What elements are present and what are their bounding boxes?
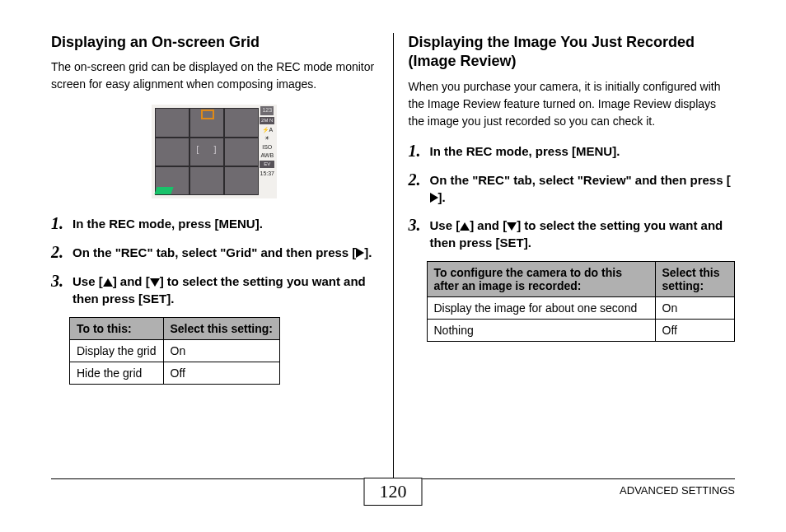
cell-action: Hide the grid xyxy=(70,362,164,385)
step-fragment: ] and [ xyxy=(113,274,150,288)
cell-setting: On xyxy=(655,296,735,319)
camera-screen: [ ] 123 2M N ⚡A ☀ ISO AWB EV 15:37 xyxy=(152,105,277,198)
cell-action: Display the image for about one second xyxy=(427,296,655,319)
table-header-row: To to this: Select this setting: xyxy=(70,318,280,340)
shot-count: 123 xyxy=(260,106,274,115)
step-text: On the "REC" tab, select "Review" and th… xyxy=(430,170,736,206)
intro-grid: The on-screen grid can be displayed on t… xyxy=(51,58,378,93)
table-row: Nothing Off xyxy=(427,319,735,341)
camera-screen-figure: [ ] 123 2M N ⚡A ☀ ISO AWB EV 15:37 xyxy=(51,105,378,201)
footer-rule: 120 ADVANCED SETTINGS xyxy=(51,478,735,517)
intro-review: When you purchase your camera, it is ini… xyxy=(409,78,736,130)
side-badge: 15:37 xyxy=(260,170,274,176)
step-number: 2. xyxy=(51,243,69,262)
col-action: To configure the camera to do this after… xyxy=(427,261,655,296)
step-fragment: ]. xyxy=(438,190,446,204)
page-footer: 120 ADVANCED SETTINGS xyxy=(51,478,735,517)
section-label: ADVANCED SETTINGS xyxy=(620,484,735,497)
side-badge: AWB xyxy=(260,152,274,158)
step-text: On the "REC" tab, select "Grid" and then… xyxy=(73,243,372,262)
right-arrow-icon xyxy=(356,248,364,258)
page-body: Displaying an On-screen Grid The on-scre… xyxy=(0,0,786,457)
down-arrow-icon xyxy=(507,222,517,231)
col-setting: Select this setting: xyxy=(655,261,735,296)
step-number: 3. xyxy=(51,272,69,307)
table-row: Display the grid On xyxy=(70,340,280,362)
step-text: In the REC mode, press [MENU]. xyxy=(73,214,263,233)
side-badge: ☀ xyxy=(264,135,269,141)
step-fragment: On the "REC" tab, select "Grid" and then… xyxy=(73,245,356,259)
side-badge: 2M N xyxy=(260,117,274,124)
step-number: 2. xyxy=(409,170,427,206)
heading-review: Displaying the Image You Just Recorded (… xyxy=(409,33,736,72)
step-fragment: On the "REC" tab, select "Review" and th… xyxy=(430,173,731,187)
cell-setting: On xyxy=(163,340,279,362)
step-number: 3. xyxy=(409,216,427,251)
side-badge: ISO xyxy=(262,144,272,150)
down-arrow-icon xyxy=(150,278,160,287)
cell-setting: Off xyxy=(163,362,279,385)
heading-grid: Displaying an On-screen Grid xyxy=(51,33,378,52)
record-indicator-icon xyxy=(201,110,214,119)
step-fragment: ]. xyxy=(364,245,372,259)
step-fragment: Use [ xyxy=(73,274,103,288)
step-fragment: Use [ xyxy=(430,218,461,232)
step-text: Use [] and [] to select the setting you … xyxy=(73,272,378,307)
step-3: 3. Use [] and [] to select the setting y… xyxy=(409,216,736,251)
cell-setting: Off xyxy=(655,319,735,341)
step-number: 1. xyxy=(51,214,69,233)
step-text: Use [] and [] to select the setting you … xyxy=(430,216,736,251)
side-badge: EV xyxy=(260,161,274,168)
screen-sidebar: 123 2M N ⚡A ☀ ISO AWB EV 15:37 xyxy=(260,106,274,178)
left-column: Displaying an On-screen Grid The on-scre… xyxy=(51,33,393,457)
right-column: Displaying the Image You Just Recorded (… xyxy=(394,33,736,457)
step-text: In the REC mode, press [MENU]. xyxy=(430,142,620,161)
step-2: 2. On the "REC" tab, select "Grid" and t… xyxy=(51,243,378,262)
page-number: 120 xyxy=(364,478,423,506)
step-fragment: ] and [ xyxy=(470,218,507,232)
steps-grid: 1. In the REC mode, press [MENU]. 2. On … xyxy=(51,214,378,307)
step-1: 1. In the REC mode, press [MENU]. xyxy=(409,142,736,161)
cell-action: Display the grid xyxy=(70,340,164,362)
right-arrow-icon xyxy=(430,193,438,203)
steps-review: 1. In the REC mode, press [MENU]. 2. On … xyxy=(409,142,736,251)
review-settings-table: To configure the camera to do this after… xyxy=(427,261,736,342)
step-number: 1. xyxy=(409,142,427,161)
col-setting: Select this setting: xyxy=(163,318,279,340)
cell-action: Nothing xyxy=(427,319,655,341)
focus-brackets-icon: [ ] xyxy=(196,144,219,154)
table-header-row: To configure the camera to do this after… xyxy=(427,261,735,296)
battery-icon xyxy=(155,187,174,194)
up-arrow-icon xyxy=(103,278,113,287)
table-row: Display the image for about one second O… xyxy=(427,296,735,319)
grid-settings-table: To to this: Select this setting: Display… xyxy=(69,317,280,385)
side-badge: ⚡A xyxy=(262,127,273,133)
col-action: To to this: xyxy=(70,318,164,340)
step-3: 3. Use [] and [] to select the setting y… xyxy=(51,272,378,307)
up-arrow-icon xyxy=(460,222,470,231)
step-1: 1. In the REC mode, press [MENU]. xyxy=(51,214,378,233)
step-2: 2. On the "REC" tab, select "Review" and… xyxy=(409,170,736,206)
table-row: Hide the grid Off xyxy=(70,362,280,385)
